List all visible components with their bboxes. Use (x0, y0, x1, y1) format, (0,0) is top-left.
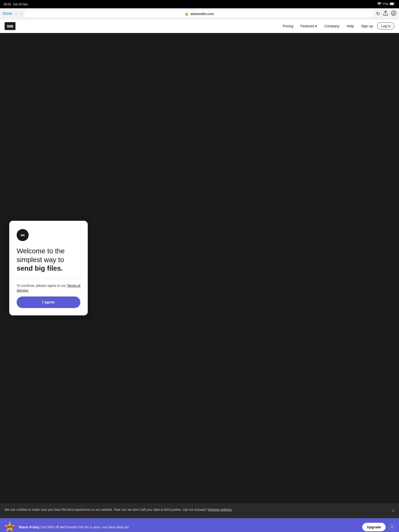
nav-company[interactable]: Company (321, 22, 342, 30)
bf-text: Black Friday Get 50% off WeTransfer Pro … (19, 525, 359, 529)
status-time: 08:53 (4, 3, 11, 6)
url-text: wetransfer.com (190, 12, 214, 16)
bf-heading: Black Friday (19, 525, 39, 529)
battery-percentage: 77% (383, 3, 388, 6)
cookie-bar: We use cookies to make sure you have the… (0, 503, 399, 518)
bf-close-button[interactable]: ✕ (389, 524, 395, 530)
nav-links: Pricing Features ▾ Company Help Sign up … (279, 22, 394, 30)
chevron-down-icon: ▾ (315, 24, 317, 28)
bf-bar: -50% Black Friday Get 50% off WeTransfer… (0, 518, 399, 532)
card-subtitle-text: To continue, please agree to our (17, 284, 67, 287)
share-icon[interactable] (383, 11, 388, 17)
card-title: Welcome to the simplest way to send big … (17, 247, 80, 273)
cookie-text: We use cookies to make sure you have the… (5, 507, 232, 512)
svg-point-2 (391, 11, 396, 15)
browser-done-button[interactable]: Done (3, 11, 12, 16)
main-content: we Welcome to the simplest way to send b… (0, 33, 399, 503)
card-divider (17, 278, 80, 279)
agree-button[interactable]: I agree (17, 297, 80, 308)
nav-login-label: Log in (381, 24, 390, 28)
bf-badge: -50% (4, 521, 16, 532)
browser-nav: ‹ › (14, 11, 22, 17)
nav-help[interactable]: Help (343, 22, 357, 30)
nav-login[interactable]: Log in (377, 22, 394, 30)
browser-actions: ↻ (376, 11, 396, 17)
bf-upgrade-button[interactable]: Upgrade (362, 523, 386, 531)
wifi-icon (377, 2, 381, 6)
card-subtitle: To continue, please agree to our Terms o… (17, 283, 80, 293)
status-date: Sat 26 Nov (13, 3, 28, 6)
bf-discount-text: -50% (6, 525, 13, 529)
site-logo[interactable]: we (5, 22, 15, 30)
bf-description: Get 50% off WeTransfer Pro for a year—ou… (39, 525, 129, 529)
nav-pricing[interactable]: Pricing (279, 22, 297, 30)
status-bar: 08:53 Sat 26 Nov 77% (0, 0, 399, 8)
nav-features[interactable]: Features ▾ (298, 22, 320, 30)
svg-rect-1 (390, 3, 394, 5)
card-logo: we (17, 229, 29, 241)
browser-url-bar[interactable]: 🔒 wetransfer.com (25, 10, 374, 17)
card-title-bold: send big files. (17, 264, 63, 272)
lock-icon: 🔒 (184, 12, 189, 16)
browser-bar: Done ‹ › 🔒 wetransfer.com ↻ (0, 8, 399, 19)
status-right: 77% (377, 2, 395, 6)
cookie-message: We use cookies to make sure you have the… (5, 508, 207, 512)
nav-features-label: Features (301, 24, 314, 28)
status-left: 08:53 Sat 26 Nov (4, 3, 28, 6)
welcome-card: we Welcome to the simplest way to send b… (9, 221, 88, 315)
nav-help-label: Help (347, 24, 354, 28)
nav-bar: we Pricing Features ▾ Company Help Sign … (0, 19, 399, 33)
nav-pricing-label: Pricing (283, 24, 293, 28)
browser-forward-button[interactable]: › (19, 11, 22, 17)
nav-signup-label: Sign up (361, 24, 373, 28)
cookie-close-button[interactable]: × (392, 508, 394, 514)
card-title-plain: Welcome to the simplest way to (17, 247, 65, 263)
reload-icon[interactable]: ↻ (376, 11, 380, 16)
battery-icon (390, 2, 395, 6)
nav-signup[interactable]: Sign up (358, 22, 376, 30)
browser-back-button[interactable]: ‹ (14, 11, 18, 17)
nav-company-label: Company (324, 24, 339, 28)
tos-period: . (28, 288, 29, 292)
manage-settings-link[interactable]: Manage settings (208, 508, 232, 512)
card-logo-text: we (20, 233, 25, 237)
compass-icon[interactable] (391, 11, 396, 17)
logo-text: we (7, 23, 13, 29)
